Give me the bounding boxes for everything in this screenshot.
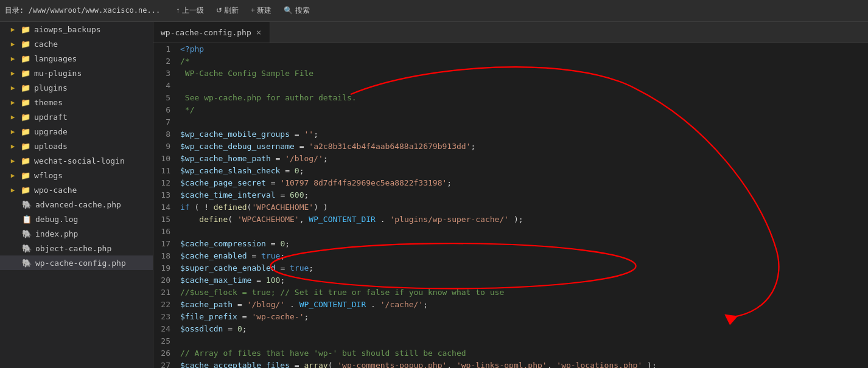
line-number: 2 bbox=[153, 55, 178, 68]
line-number: 15 bbox=[153, 214, 178, 226]
sidebar-item-mu-plugins[interactable]: ▶ 📁mu-plugins bbox=[0, 66, 153, 80]
table-row: 23$file_prefix = 'wp-cache-'; bbox=[153, 311, 868, 323]
sidebar-item-wp-cache-config.php[interactable]: 🐘wp-cache-config.php bbox=[0, 255, 153, 270]
refresh-button[interactable]: ↺ 刷新 bbox=[212, 4, 242, 17]
sidebar-item-plugins[interactable]: ▶ 📁plugins bbox=[0, 80, 153, 95]
line-content: // Array of files that have 'wp-' but sh… bbox=[178, 347, 868, 359]
sidebar-item-label: index.php bbox=[35, 229, 78, 238]
tab-wp-cache-config[interactable]: wp-cache-config.php × bbox=[153, 22, 270, 43]
folder-icon: ▶ bbox=[7, 68, 18, 78]
line-number: 1 bbox=[153, 43, 178, 55]
line-number: 11 bbox=[153, 165, 178, 177]
sidebar-item-object-cache.php[interactable]: 🐘object-cache.php bbox=[0, 241, 153, 255]
table-row: 25 bbox=[153, 335, 868, 347]
sidebar-item-label: wflogs bbox=[34, 171, 63, 180]
folder-icon: ▶ bbox=[7, 170, 18, 181]
sidebar-item-label: themes bbox=[34, 98, 63, 107]
table-row: 18$cache_enabled = true; bbox=[153, 250, 868, 262]
line-content: $cache_enabled = true; bbox=[178, 250, 868, 262]
folder-icon: ▶ bbox=[7, 155, 18, 166]
table-row: 3 WP-Cache Config Sample File bbox=[153, 68, 868, 80]
table-row: 17$cache_compression = 0; bbox=[153, 238, 868, 250]
line-number: 21 bbox=[153, 286, 178, 299]
tab-close-button[interactable]: × bbox=[255, 27, 262, 37]
code-table: 1<?php2/*3 WP-Cache Config Sample File4 … bbox=[153, 43, 868, 368]
sidebar-item-wflogs[interactable]: ▶ 📁wflogs bbox=[0, 168, 153, 182]
breadcrumb: 目录: /www/wwwroot/www.xacisco.ne... bbox=[5, 5, 160, 16]
sidebar-item-updraft[interactable]: ▶ 📁updraft bbox=[0, 109, 153, 124]
line-number: 25 bbox=[153, 335, 178, 347]
sidebar-item-label: wpo-cache bbox=[34, 186, 77, 195]
sidebar-item-label: object-cache.php bbox=[35, 244, 111, 253]
table-row: 20$cache_max_time = 100; bbox=[153, 274, 868, 286]
table-row: 12$cache_page_secret = '10797 8d7df4fa29… bbox=[153, 177, 868, 189]
sidebar-item-upgrade[interactable]: ▶ 📁upgrade bbox=[0, 124, 153, 139]
folder-icon: ▶ bbox=[7, 184, 18, 195]
folder-icon: ▶ bbox=[7, 24, 18, 35]
table-row: 1<?php bbox=[153, 43, 868, 55]
new-button[interactable]: + 新建 bbox=[247, 4, 275, 17]
line-content: //$use_flock = true; // Set it true or f… bbox=[178, 286, 868, 299]
php-file-icon bbox=[7, 199, 18, 210]
folder-icon: ▶ bbox=[7, 82, 18, 93]
log-file-icon bbox=[7, 214, 18, 224]
line-number: 7 bbox=[153, 116, 178, 128]
sidebar-item-wpo-cache[interactable]: ▶ 📁wpo-cache bbox=[0, 182, 153, 197]
line-content: define( 'WPCACHEHOME', WP_CONTENT_DIR . … bbox=[178, 214, 868, 226]
line-content: $ossdlcdn = 0; bbox=[178, 323, 868, 335]
sidebar-item-uploads[interactable]: ▶ 📁uploads bbox=[0, 139, 153, 153]
line-number: 13 bbox=[153, 189, 178, 201]
line-content: $wp_cache_home_path = '/blog/'; bbox=[178, 153, 868, 165]
line-number: 26 bbox=[153, 347, 178, 359]
table-row: 5 See wp-cache.php for author details. bbox=[153, 92, 868, 104]
table-row: 19$super_cache_enabled = true; bbox=[153, 262, 868, 274]
sidebar-item-label: languages bbox=[34, 54, 77, 63]
table-row: 4 bbox=[153, 80, 868, 92]
line-content: $cache_path = '/blog/' . WP_CONTENT_DIR … bbox=[178, 299, 868, 311]
table-row: 10$wp_cache_home_path = '/blog/'; bbox=[153, 153, 868, 165]
line-number: 10 bbox=[153, 153, 178, 165]
sidebar-item-aiowps_backups[interactable]: ▶ 📁aiowps_backups bbox=[0, 22, 153, 36]
sidebar-item-themes[interactable]: ▶ 📁themes bbox=[0, 95, 153, 109]
table-row: 9$wp_cache_debug_username = 'a2c8b31c4b4… bbox=[153, 141, 868, 153]
line-content: $cache_page_secret = '10797 8d7df4fa2969… bbox=[178, 177, 868, 189]
editor-area[interactable]: 1<?php2/*3 WP-Cache Config Sample File4 … bbox=[153, 43, 868, 368]
sidebar-item-languages[interactable]: ▶ 📁languages bbox=[0, 51, 153, 66]
sidebar-item-wechat-social-login[interactable]: ▶ 📁wechat-social-login bbox=[0, 153, 153, 168]
line-content: $cache_max_time = 100; bbox=[178, 274, 868, 286]
folder-icon: ▶ bbox=[7, 141, 18, 151]
line-number: 23 bbox=[153, 311, 178, 323]
line-number: 14 bbox=[153, 201, 178, 214]
line-number: 17 bbox=[153, 238, 178, 250]
line-number: 18 bbox=[153, 250, 178, 262]
folder-icon: ▶ bbox=[7, 126, 18, 137]
sidebar-item-advanced-cache.php[interactable]: 🐘advanced-cache.php bbox=[0, 197, 153, 212]
folder-icon: ▶ bbox=[7, 53, 18, 64]
sidebar-item-cache[interactable]: ▶ 📁cache bbox=[0, 36, 153, 51]
sidebar-item-label: advanced-cache.php bbox=[35, 200, 121, 209]
table-row: 2/* bbox=[153, 55, 868, 68]
line-content: See wp-cache.php for author details. bbox=[178, 92, 868, 104]
sidebar-item-label: plugins bbox=[34, 83, 68, 92]
sidebar-item-label: wechat-social-login bbox=[34, 156, 125, 165]
up-button[interactable]: ↑ 上一级 bbox=[172, 4, 207, 17]
php-file-icon bbox=[7, 257, 18, 268]
sidebar-item-label: mu-plugins bbox=[34, 69, 82, 78]
php-file-icon bbox=[7, 243, 18, 254]
sidebar-item-index.php[interactable]: 🐘index.php bbox=[0, 226, 153, 241]
line-number: 27 bbox=[153, 359, 178, 368]
folder-icon: ▶ bbox=[7, 38, 18, 49]
line-content: $cache_compression = 0; bbox=[178, 238, 868, 250]
php-file-icon bbox=[7, 228, 18, 239]
sidebar-item-debug.log[interactable]: 📋debug.log bbox=[0, 212, 153, 226]
line-number: 24 bbox=[153, 323, 178, 335]
line-number: 16 bbox=[153, 226, 178, 238]
table-row: 27$cache_acceptable_files = array( 'wp-c… bbox=[153, 359, 868, 368]
line-content: $wp_cache_debug_username = 'a2c8b31c4b4f… bbox=[178, 141, 868, 153]
line-number: 5 bbox=[153, 92, 178, 104]
table-row: 24$ossdlcdn = 0; bbox=[153, 323, 868, 335]
line-number: 8 bbox=[153, 128, 178, 141]
line-content: $super_cache_enabled = true; bbox=[178, 262, 868, 274]
search-button[interactable]: 🔍 搜索 bbox=[280, 4, 313, 17]
line-content bbox=[178, 116, 868, 128]
